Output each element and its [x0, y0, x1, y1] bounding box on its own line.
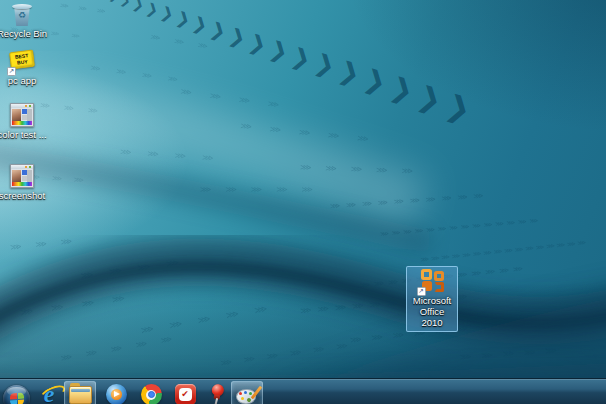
desktop[interactable]: ⋙⋙⋙⋙⋙⋙⋙⋙⋙⋙⋙⋙⋙⋙⋙⋙⋙⋙⋙⋙⋙⋙⋙⋙⋙⋙⋙⋙⋙⋙⋙⋙⋙⋙⋙⋙⋙⋙⋙⋙… — [0, 0, 606, 404]
icon-label: Microsoft Office 2010 — [409, 296, 455, 329]
taskbar-media-player-button[interactable] — [100, 381, 132, 404]
taskbar-windows-explorer-button[interactable] — [64, 381, 96, 404]
shortcut-arrow-icon: ↗ — [7, 67, 16, 76]
taskbar-paint-button[interactable] — [231, 381, 263, 404]
icon-label: pc app — [8, 76, 37, 87]
folder-icon — [69, 386, 92, 404]
pushpin-icon — [203, 383, 228, 404]
taskbar: e ✔ — [0, 378, 606, 404]
media-player-icon — [106, 384, 127, 404]
photo-thumbnail-icon — [9, 164, 35, 189]
internet-explorer-icon: e — [44, 384, 55, 404]
desktop-icon-screenshot[interactable]: screenshot — [0, 162, 46, 205]
icon-label: color test ... — [0, 130, 47, 141]
recycle-bin-icon: ♻ — [9, 2, 35, 27]
best-buy-icon: BEST BUY ↗ — [9, 49, 35, 74]
desktop-icon-pc-app[interactable]: BEST BUY ↗ pc app — [0, 47, 46, 90]
microsoft-office-icon: ↗ — [419, 268, 446, 294]
red-check-icon: ✔ — [175, 384, 196, 404]
windows-logo-icon — [3, 385, 30, 404]
icon-label: Recycle Bin — [0, 29, 47, 40]
start-button[interactable] — [0, 381, 32, 404]
photo-thumbnail-icon — [9, 103, 35, 128]
desktop-icon-recycle-bin[interactable]: ♻ Recycle Bin — [0, 0, 46, 43]
chrome-icon — [141, 384, 162, 404]
desktop-icon-microsoft-office-2010[interactable]: ↗ Microsoft Office 2010 — [406, 266, 458, 332]
taskbar-red-check-app-button[interactable]: ✔ — [169, 381, 201, 404]
paint-icon — [236, 386, 259, 404]
taskbar-pushpin-button[interactable] — [202, 381, 230, 404]
taskbar-internet-explorer-button[interactable]: e — [33, 381, 65, 404]
shortcut-arrow-icon: ↗ — [417, 287, 426, 296]
icon-label: screenshot — [0, 191, 45, 202]
taskbar-chrome-button[interactable] — [135, 381, 167, 404]
desktop-icon-color-test[interactable]: color test ... — [0, 101, 46, 144]
best-buy-logo-text: BEST BUY — [10, 53, 33, 67]
